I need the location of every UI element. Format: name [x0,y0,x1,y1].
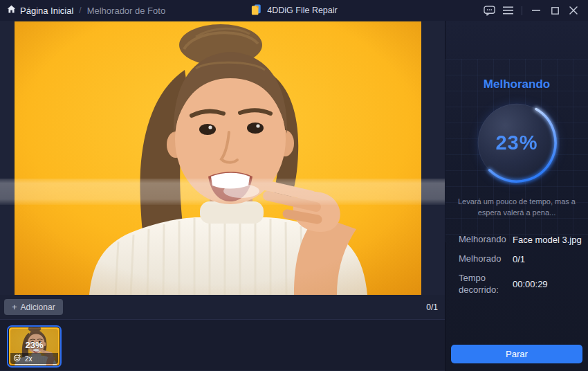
file-toolbar: + Adicionar 0/1 [0,295,445,320]
detail-row-elapsed-time: Tempo decorrido: 00:00:29 [459,273,588,296]
add-file-button[interactable]: + Adicionar [4,299,63,315]
app-title: 4DDiG File Repair [267,6,337,15]
close-icon[interactable] [566,3,581,18]
breadcrumb-home-label: Página Inicial [20,6,73,16]
detail-row-enhancing: Melhorando Face model 3.jpg [459,234,588,246]
detail-row-enhanced: Melhorado 0/1 [459,253,588,265]
photo-preview [0,21,445,295]
maximize-icon[interactable] [547,3,562,18]
panel-title: Melhorando [445,78,588,91]
breadcrumb-current: Melhorador de Foto [87,6,165,16]
title-bar: Página Inicial / Melhorador de Foto 4DDi… [0,0,588,21]
detail-value-count: 0/1 [513,254,525,264]
detail-value-time: 00:00:29 [513,279,548,289]
progress-details: Melhorando Face model 3.jpg Melhorado 0/… [459,234,588,296]
app-window: Página Inicial / Melhorador de Foto 4DDi… [0,0,588,371]
progress-percent: 23% [474,100,560,186]
thumbnail-strip: 23% 2x [0,320,445,370]
controls-divider [522,6,522,15]
minimize-icon[interactable] [529,3,544,18]
plus-icon: + [12,302,17,311]
progress-ring: 23% [474,100,560,186]
progress-caption: Levará um pouco de tempo, mas a espera v… [454,197,579,219]
face-smiley-icon [13,354,21,363]
stop-button[interactable]: Parar [451,345,582,363]
file-counter: 0/1 [426,302,438,312]
photo-woman-aligner [15,21,421,295]
thumbnail-zoom-label: 2x [25,355,33,363]
photo-thumbnail[interactable]: 23% 2x [7,325,62,368]
thumbnail-progress: 23% [25,340,43,350]
progress-panel: Melhorando [445,21,588,371]
detail-label: Melhorando [459,234,513,246]
breadcrumb: Página Inicial / Melhorador de Foto [7,5,165,16]
workspace: + Adicionar 0/1 23% [0,21,445,371]
detail-label: Melhorado [459,253,513,265]
breadcrumb-home[interactable]: Página Inicial [7,5,73,16]
feedback-bubble-icon[interactable] [481,3,497,18]
detail-label: Tempo decorrido: [459,273,513,296]
hamburger-menu-icon[interactable] [500,3,515,18]
home-icon [7,5,16,16]
window-controls [481,3,581,18]
breadcrumb-separator: / [79,6,81,15]
add-file-label: Adicionar [21,303,55,311]
detail-value-filename: Face model 3.jpg [513,235,582,245]
thumbnail-info-bar: 2x [10,353,58,364]
app-logo-icon [250,3,261,18]
app-title-tab: 4DDiG File Repair [250,0,337,21]
